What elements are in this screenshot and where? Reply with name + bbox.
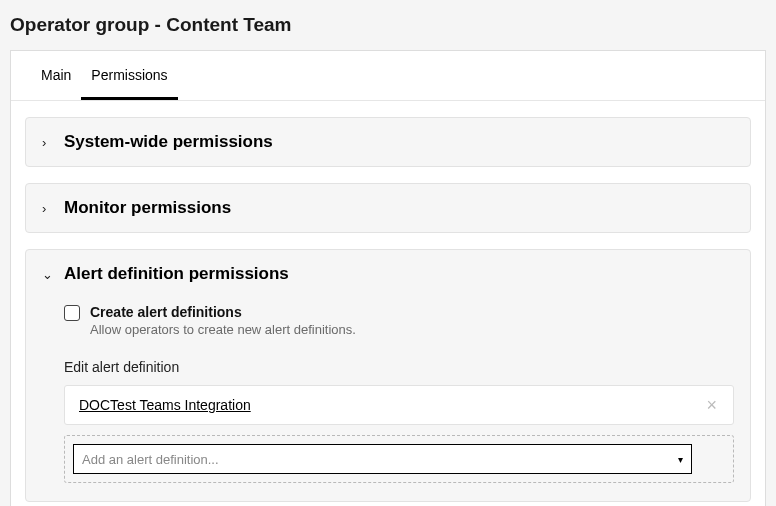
create-alert-labels: Create alert definitions Allow operators… [90,304,356,337]
selected-alert-link[interactable]: DOCTest Teams Integration [79,397,251,413]
create-alert-row: Create alert definitions Allow operators… [64,304,734,337]
chevron-right-icon: › [42,201,50,216]
section-title: Alert definition permissions [64,264,289,284]
section-monitor-permissions: › Monitor permissions [25,183,751,233]
tab-main[interactable]: Main [31,51,81,100]
create-alert-checkbox[interactable] [64,305,80,321]
section-alert-permissions: ⌄ Alert definition permissions Create al… [25,249,751,502]
edit-alert-label: Edit alert definition [64,359,734,375]
section-title: Monitor permissions [64,198,231,218]
section-title: System-wide permissions [64,132,273,152]
tab-content: › System-wide permissions › Monitor perm… [11,101,765,506]
page-title: Operator group - Content Team [0,0,776,50]
selected-alert-row: DOCTest Teams Integration × [64,385,734,425]
section-system-toggle[interactable]: › System-wide permissions [26,118,750,166]
close-icon: × [706,395,717,415]
section-system-permissions: › System-wide permissions [25,117,751,167]
remove-alert-button[interactable]: × [704,396,719,414]
section-monitor-toggle[interactable]: › Monitor permissions [26,184,750,232]
tab-permissions[interactable]: Permissions [81,51,177,100]
add-alert-combobox[interactable]: ▾ [73,444,692,474]
section-alert-body: Create alert definitions Allow operators… [26,298,750,501]
main-panel: Main Permissions › System-wide permissio… [10,50,766,506]
create-alert-label: Create alert definitions [90,304,356,320]
chevron-right-icon: › [42,135,50,150]
chevron-down-icon: ⌄ [42,267,50,282]
add-alert-container: ▾ [64,435,734,483]
tablist: Main Permissions [11,51,765,101]
section-alert-toggle[interactable]: ⌄ Alert definition permissions [26,250,750,298]
edit-alert-block: Edit alert definition DOCTest Teams Inte… [64,359,734,483]
add-alert-input[interactable] [74,445,691,473]
create-alert-description: Allow operators to create new alert defi… [90,322,356,337]
